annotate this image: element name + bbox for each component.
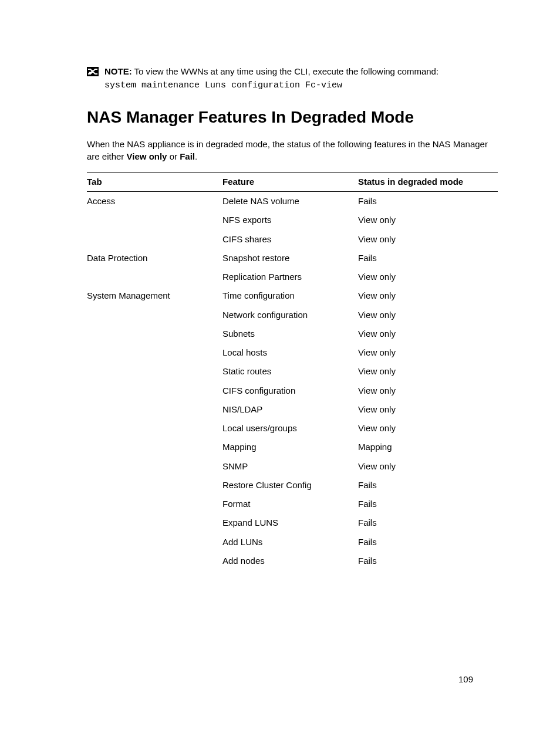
cell-feature: NIS/LDAP <box>222 400 358 419</box>
intro-b1: View only <box>127 151 167 161</box>
cell-tab <box>87 381 222 400</box>
cell-feature: Restore Cluster Config <box>222 476 358 495</box>
cell-tab: Data Protection <box>87 249 222 268</box>
cell-tab <box>87 457 222 476</box>
cell-status: View only <box>358 211 498 229</box>
cell-tab <box>87 268 222 286</box>
cell-status: View only <box>358 343 498 362</box>
table-row: System ManagementTime configurationView … <box>87 286 498 305</box>
cell-tab <box>87 230 222 249</box>
cell-feature: Add LUNs <box>222 533 358 552</box>
cell-status: View only <box>358 457 498 476</box>
table-row: Add LUNsFails <box>87 533 498 552</box>
th-feature: Feature <box>222 172 358 191</box>
cell-status: View only <box>358 362 498 381</box>
cell-status: Fails <box>358 476 498 495</box>
cell-tab <box>87 362 222 381</box>
cell-tab <box>87 211 222 229</box>
table-header-row: Tab Feature Status in degraded mode <box>87 172 498 191</box>
cell-status: Fails <box>358 552 498 570</box>
cell-status: View only <box>358 419 498 438</box>
th-tab: Tab <box>87 172 222 191</box>
table-row: Network configurationView only <box>87 306 498 324</box>
cell-feature: Add nodes <box>222 552 358 570</box>
cell-tab <box>87 438 222 456</box>
table-row: Restore Cluster ConfigFails <box>87 476 498 495</box>
cell-tab <box>87 306 222 324</box>
cell-status: View only <box>358 286 498 305</box>
cell-feature: CIFS configuration <box>222 381 358 400</box>
cell-status: Fails <box>358 249 498 268</box>
cell-tab <box>87 419 222 438</box>
cell-status: Fails <box>358 513 498 532</box>
table-row: Add nodesFails <box>87 552 498 570</box>
cell-tab <box>87 495 222 513</box>
document-page: NOTE: To view the WWNs at any time using… <box>0 0 560 744</box>
cell-feature: Static routes <box>222 362 358 381</box>
table-row: Expand LUNSFails <box>87 513 498 532</box>
cell-status: Fails <box>358 495 498 513</box>
cell-status: Fails <box>358 192 498 211</box>
cell-status: View only <box>358 400 498 419</box>
table-row: Replication PartnersView only <box>87 268 498 286</box>
cell-feature: Format <box>222 495 358 513</box>
cell-feature: Snapshot restore <box>222 249 358 268</box>
cell-tab <box>87 343 222 362</box>
cell-feature: Network configuration <box>222 306 358 324</box>
note-body: To view the WWNs at any time using the C… <box>132 66 438 76</box>
note-block: NOTE: To view the WWNs at any time using… <box>87 66 498 77</box>
table-row: AccessDelete NAS volumeFails <box>87 192 498 211</box>
cell-status: View only <box>358 306 498 324</box>
cell-tab <box>87 476 222 495</box>
table-row: SNMPView only <box>87 457 498 476</box>
table-row: MappingMapping <box>87 438 498 456</box>
table-body: AccessDelete NAS volumeFailsNFS exportsV… <box>87 192 498 571</box>
cell-feature: Local hosts <box>222 343 358 362</box>
intro-t3: . <box>195 151 197 161</box>
table-row: Local hostsView only <box>87 343 498 362</box>
table-row: CIFS sharesView only <box>87 230 498 249</box>
cell-feature: NFS exports <box>222 211 358 229</box>
cell-feature: Expand LUNS <box>222 513 358 532</box>
cell-status: View only <box>358 381 498 400</box>
cell-status: View only <box>358 268 498 286</box>
table-row: Static routesView only <box>87 362 498 381</box>
cell-tab <box>87 513 222 532</box>
cell-tab <box>87 533 222 552</box>
page-content: NOTE: To view the WWNs at any time using… <box>87 66 498 570</box>
table-row: SubnetsView only <box>87 324 498 343</box>
table-row: CIFS configurationView only <box>87 381 498 400</box>
cell-tab: System Management <box>87 286 222 305</box>
table-row: FormatFails <box>87 495 498 513</box>
cell-status: Mapping <box>358 438 498 456</box>
degraded-table: Tab Feature Status in degraded mode Acce… <box>87 172 498 570</box>
intro-b2: Fail <box>180 151 195 161</box>
table-row: Data ProtectionSnapshot restoreFails <box>87 249 498 268</box>
table-row: NIS/LDAPView only <box>87 400 498 419</box>
table-header: Tab Feature Status in degraded mode <box>87 172 498 191</box>
cell-tab: Access <box>87 192 222 211</box>
cell-tab <box>87 400 222 419</box>
cell-tab <box>87 552 222 570</box>
table-row: Local users/groupsView only <box>87 419 498 438</box>
cell-feature: Mapping <box>222 438 358 456</box>
note-label: NOTE: <box>104 66 132 76</box>
cell-feature: Replication Partners <box>222 268 358 286</box>
cell-status: View only <box>358 230 498 249</box>
cell-feature: Subnets <box>222 324 358 343</box>
cell-feature: Time configuration <box>222 286 358 305</box>
page-number: 109 <box>458 674 473 685</box>
section-heading: NAS Manager Features In Degraded Mode <box>87 106 498 128</box>
cell-feature: SNMP <box>222 457 358 476</box>
note-icon <box>87 67 99 76</box>
cell-status: View only <box>358 324 498 343</box>
intro-t2: or <box>167 151 180 161</box>
intro-paragraph: When the NAS appliance is in degraded mo… <box>87 138 498 163</box>
cell-feature: CIFS shares <box>222 230 358 249</box>
cell-status: Fails <box>358 533 498 552</box>
note-command: system maintenance Luns configuration Fc… <box>104 80 498 92</box>
cell-feature: Local users/groups <box>222 419 358 438</box>
cell-tab <box>87 324 222 343</box>
table-row: NFS exportsView only <box>87 211 498 229</box>
cell-feature: Delete NAS volume <box>222 192 358 211</box>
